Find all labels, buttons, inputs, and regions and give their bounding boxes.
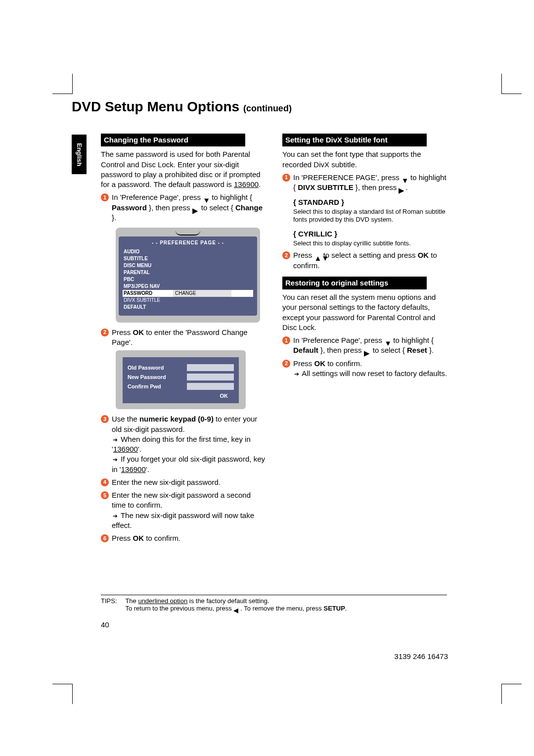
- section-changing-password: Changing the Password: [101, 134, 245, 146]
- right-arrow-icon: ▶: [192, 206, 199, 211]
- document-number: 3139 246 16473: [395, 652, 448, 661]
- old-password-field: [187, 364, 234, 371]
- right-column: Setting the DivX Subtitle font You can s…: [282, 134, 447, 543]
- divx-intro: You can set the font type that supports …: [282, 149, 447, 170]
- new-password-label: New Password: [128, 374, 175, 381]
- option-cyrillic: { CYRILLIC } Select this to display cyri…: [293, 229, 447, 247]
- bullet-1-icon: 1: [101, 193, 109, 201]
- left-column: Changing the Password The same password …: [101, 134, 266, 543]
- osd-password-change: Old Password New Password Confirm Pwd OK: [116, 350, 246, 409]
- page-number: 40: [101, 620, 109, 629]
- osd-password-value: CHANGE: [173, 290, 231, 297]
- title-suffix: (continued): [243, 103, 292, 113]
- down-arrow-icon: ▼: [401, 176, 408, 181]
- bullet-3-icon: 3: [101, 415, 109, 423]
- restore-intro: You can reset all the system menu option…: [282, 292, 447, 332]
- right-arrow-icon: ▶: [399, 186, 405, 190]
- password-ok-label: OK: [128, 392, 234, 400]
- bullet-5-icon: 5: [101, 491, 109, 499]
- result-arrow-icon: ➔: [113, 456, 118, 464]
- osd-selected-row: PASSWORD CHANGE: [123, 290, 253, 297]
- step-6: 6 Press OK to confirm.: [101, 533, 266, 543]
- step-4: 4 Enter the new six-digit password.: [101, 477, 266, 487]
- tips-block: TIPS: The underlined option is the facto…: [101, 595, 447, 612]
- right-arrow-icon: ▶: [364, 348, 371, 353]
- bullet-6-icon: 6: [101, 534, 109, 542]
- divx-step-1: 1 In 'PREFERENCE PAGE', press ▼ to highl…: [282, 173, 447, 193]
- tips-label: TIPS:: [101, 597, 124, 605]
- bullet-4-icon: 4: [101, 478, 109, 486]
- restore-step-1: 1 In 'Preference Page', press ▼ to highl…: [282, 335, 447, 356]
- confirm-password-label: Confirm Pwd: [128, 383, 175, 390]
- old-password-label: Old Password: [128, 364, 175, 372]
- osd-top-arc: [176, 231, 200, 236]
- crop-mark-top-right: [501, 74, 522, 94]
- new-password-field: [187, 374, 234, 380]
- title-text: DVD Setup Menu Options: [72, 99, 239, 114]
- osd-header: - - PREFERENCE PAGE - -: [123, 239, 253, 246]
- result-arrow-icon: ➔: [294, 370, 299, 378]
- result-arrow-icon: ➔: [113, 436, 118, 444]
- step-1: 1 In 'Preference Page', press ▼ to highl…: [101, 192, 266, 223]
- option-standard: { STANDARD } Select this to display a st…: [293, 197, 447, 224]
- result-arrow-icon: ➔: [113, 512, 118, 520]
- divx-step-2: 2 Press ▲▼ to select a setting and press…: [282, 250, 447, 271]
- confirm-password-field: [187, 383, 234, 390]
- page-title: DVD Setup Menu Options (continued): [72, 99, 475, 115]
- down-arrow-icon: ▼: [384, 338, 391, 343]
- bullet-2-icon: 2: [101, 329, 109, 336]
- up-down-arrow-icon: ▲▼: [314, 253, 321, 258]
- language-tab: English: [72, 135, 87, 174]
- osd-preference-page: - - PREFERENCE PAGE - - AUDIO SUBTITLE D…: [116, 228, 260, 323]
- restore-step-2: 2 Press OK to confirm. ➔ All settings wi…: [282, 359, 447, 379]
- default-password: 136900: [234, 180, 259, 189]
- step-3: 3 Use the numeric keypad (0-9) to enter …: [101, 414, 266, 474]
- bullet-1-icon: 1: [282, 174, 290, 182]
- bullet-2-icon: 2: [282, 360, 290, 368]
- crop-mark-top-left: [52, 74, 73, 94]
- section-restoring-settings: Restoring to original settings: [282, 277, 427, 289]
- crop-mark-bottom-left: [52, 684, 73, 704]
- crop-mark-bottom-right: [501, 684, 522, 704]
- language-tab-label: English: [76, 143, 83, 166]
- step-2: 2 Press OK to enter the 'Password Change…: [101, 328, 266, 348]
- step-5: 5 Enter the new six-digit password a sec…: [101, 490, 266, 530]
- bullet-1-icon: 1: [282, 336, 290, 344]
- section-divx-subtitle-font: Setting the DivX Subtitle font: [282, 134, 427, 146]
- left-arrow-icon: ◀: [233, 607, 240, 612]
- bullet-2-icon: 2: [282, 251, 290, 259]
- down-arrow-icon: ▼: [203, 195, 210, 200]
- intro-text: The same password is used for both Paren…: [101, 149, 266, 189]
